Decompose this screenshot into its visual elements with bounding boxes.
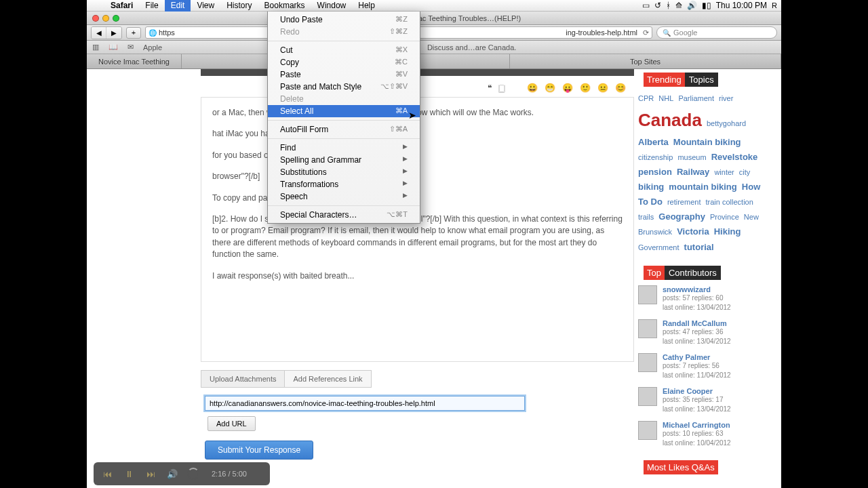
tag-link[interactable]: city — [739, 168, 751, 176]
menu-item-spelling-and-grammar[interactable]: Spelling and Grammar▶ — [268, 154, 420, 166]
tag-link[interactable]: Government — [638, 243, 679, 251]
share-icon[interactable]: ✉ — [127, 43, 134, 52]
add-bookmark-button[interactable]: + — [126, 27, 141, 39]
contributors-header: TopContributors — [638, 266, 726, 280]
menu-item-find[interactable]: Find▶ — [268, 142, 420, 154]
forward-button[interactable]: ▶ — [106, 27, 121, 39]
close-icon[interactable] — [92, 15, 99, 22]
search-field[interactable]: 🔍 Google — [656, 26, 777, 39]
tag-link[interactable]: Revelstoke — [711, 152, 758, 162]
tag-link[interactable]: mountain biking — [669, 182, 736, 192]
menu-item-paste-and-match-style[interactable]: Paste and Match Style⌥⇧⌘V — [268, 81, 420, 93]
menu-item-transformations[interactable]: Transformations▶ — [268, 178, 420, 190]
menu-view[interactable]: View — [191, 0, 220, 12]
bookmark-item[interactable]: Apple — [143, 43, 162, 52]
tag-link[interactable]: Province — [710, 213, 739, 221]
menu-item-select-all[interactable]: Select All⌘A — [268, 105, 420, 117]
back-button[interactable]: ◀ — [92, 27, 106, 39]
menu-item-autofill-form[interactable]: AutoFill Form⇧⌘A — [268, 123, 420, 136]
tag-link[interactable]: trails — [638, 213, 654, 221]
menu-item-speech[interactable]: Speech▶ — [268, 190, 420, 203]
globe-icon: 🌐 — [149, 29, 157, 37]
contributor-name[interactable]: Randall McCallum — [663, 319, 731, 327]
tag-link[interactable]: Geography — [658, 211, 705, 222]
emoji-happy-icon[interactable]: 😊 — [615, 83, 626, 93]
app-name[interactable]: Safari — [104, 1, 139, 10]
tab[interactable]: Top Sites — [510, 54, 781, 68]
tag-link[interactable]: tutorial — [684, 242, 714, 252]
contributor-online: last online: 11/04/2012 — [663, 371, 731, 380]
tag-link[interactable]: biking — [638, 182, 664, 192]
tag-link[interactable]: retirement — [667, 198, 701, 206]
tag-link[interactable]: Canada — [638, 110, 702, 130]
contributor-name[interactable]: Michael Carrington — [663, 421, 731, 429]
clock[interactable]: Thu 10:00 PM — [716, 1, 767, 10]
menu-bookmarks[interactable]: Bookmarks — [258, 0, 311, 12]
volume-icon[interactable]: 🔊 — [687, 1, 697, 10]
quote-icon[interactable]: ❝ — [488, 83, 492, 93]
submit-button[interactable]: Submit Your Response — [205, 441, 313, 460]
avatar[interactable] — [638, 353, 657, 372]
reload-icon[interactable]: ⟳ — [643, 28, 649, 37]
contributor-name[interactable]: Cathy Palmer — [663, 353, 731, 361]
emoji-tongue-icon[interactable]: 😛 — [562, 83, 573, 93]
emoji-grin-icon[interactable]: 😀 — [527, 83, 538, 93]
tab-upload-attachments[interactable]: Upload Attachments — [201, 370, 284, 388]
tag-link[interactable]: pension — [638, 167, 672, 177]
tag-link[interactable]: CPR — [638, 94, 654, 102]
emoji-smile-icon[interactable]: 🙂 — [580, 83, 591, 93]
bookmark-item[interactable]: Discuss and…are Canada. — [427, 43, 516, 52]
user-initial[interactable]: R — [772, 1, 777, 9]
avatar[interactable] — [638, 319, 657, 338]
bluetooth-icon[interactable]: ᚼ — [666, 1, 671, 10]
tag-link[interactable]: museum — [677, 153, 706, 161]
menu-item-copy[interactable]: Copy⌘C — [268, 56, 420, 68]
tag-link[interactable]: NHL — [658, 94, 673, 102]
minimize-icon[interactable] — [102, 15, 109, 22]
timemachine-icon[interactable]: ↺ — [654, 1, 661, 10]
contributor-name[interactable]: Elaine Cooper — [663, 387, 731, 395]
avatar[interactable] — [638, 387, 657, 406]
menu-history[interactable]: History — [220, 0, 258, 12]
emoji-laugh-icon[interactable]: 😁 — [545, 83, 555, 93]
avatar[interactable] — [638, 285, 657, 304]
volume-button[interactable]: 🔊 — [165, 469, 179, 479]
tag-link[interactable]: Mountain biking — [673, 137, 741, 147]
bookmarks-icon[interactable]: ▥ — [92, 43, 99, 52]
reference-url-input[interactable] — [205, 396, 525, 411]
image-icon[interactable]: 🀆 — [498, 83, 505, 93]
wifi-icon[interactable]: ⟰ — [675, 1, 682, 10]
tag-link[interactable]: river — [719, 94, 733, 102]
tag-link[interactable]: Railway — [677, 167, 709, 177]
tag-link[interactable]: Alberta — [638, 137, 669, 147]
tag-link[interactable]: winter — [714, 168, 734, 176]
zoom-icon[interactable] — [113, 15, 119, 22]
contributor-name[interactable]: snowwwizard — [663, 285, 731, 293]
menu-item-paste[interactable]: Paste⌘V — [268, 68, 420, 81]
emoji-neutral-icon[interactable]: 😐 — [597, 83, 608, 93]
menu-window[interactable]: Window — [311, 0, 353, 12]
tab-add-references[interactable]: Add References Link — [284, 370, 371, 388]
tab[interactable]: Novice Imac Teething — [87, 54, 182, 68]
battery-icon[interactable]: ▮▯ — [702, 1, 711, 10]
pause-button[interactable]: ⏸ — [122, 469, 136, 479]
menu-edit[interactable]: Edit — [165, 0, 191, 12]
tag-link[interactable]: Victoria — [677, 226, 709, 237]
display-icon[interactable]: ▭ — [642, 1, 650, 10]
tag-link[interactable]: citizenship — [638, 153, 673, 161]
menu-item-undo-paste[interactable]: Undo Paste⌘Z — [268, 14, 420, 26]
next-button[interactable]: ⏭ — [144, 469, 157, 479]
menu-file[interactable]: File — [139, 0, 164, 12]
menu-item-cut[interactable]: Cut⌘X — [268, 44, 420, 56]
tag-link[interactable]: Parliament — [678, 94, 714, 102]
menu-help[interactable]: Help — [352, 0, 381, 12]
prev-button[interactable]: ⏮ — [100, 469, 114, 479]
tag-link[interactable]: Hiking — [714, 226, 741, 237]
tag-link[interactable]: bettygohard — [707, 119, 746, 127]
menu-item-special-characters-[interactable]: Special Characters…⌥⌘T — [268, 209, 420, 221]
tag-link[interactable]: train collection — [706, 198, 753, 206]
avatar[interactable] — [638, 421, 657, 440]
menu-item-substitutions[interactable]: Substitutions▶ — [268, 166, 420, 178]
add-url-button[interactable]: Add URL — [208, 416, 256, 431]
reading-list-icon[interactable]: 📖 — [108, 43, 118, 52]
